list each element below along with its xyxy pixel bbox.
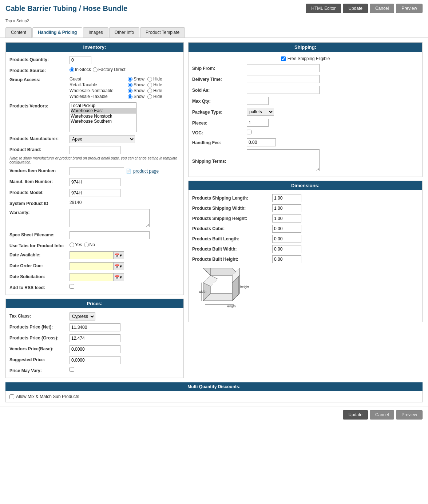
vendor-warehouse-southern[interactable]: Warehouse Southern xyxy=(71,119,136,124)
products-cube-input[interactable] xyxy=(272,225,301,233)
wholesale-nontax-hide-label[interactable]: Hide xyxy=(147,88,162,93)
shipping-height-input[interactable] xyxy=(272,214,301,223)
vendor-warehouse-east[interactable]: Warehouse East xyxy=(71,108,136,113)
sold-as-input[interactable] xyxy=(247,86,320,94)
guest-show-label[interactable]: Show xyxy=(128,76,144,82)
group-retail-name: Retail-Taxable xyxy=(70,82,128,87)
products-vendors-row: Products Vendors: Local Pickup Warehouse… xyxy=(9,101,180,134)
in-stock-radio[interactable] xyxy=(70,67,74,72)
date-solicitation-input[interactable] xyxy=(70,273,113,281)
vendors-listbox[interactable]: Local Pickup Warehouse East Warehouse No… xyxy=(70,102,137,132)
guest-hide-radio[interactable] xyxy=(147,77,152,82)
products-price-gross-input[interactable] xyxy=(70,334,120,342)
date-order-due-calendar-btn[interactable]: 📅▼ xyxy=(113,262,124,270)
vendors-item-number-input[interactable] xyxy=(70,167,124,175)
warranty-textarea[interactable] xyxy=(70,209,150,227)
handling-fee-input[interactable] xyxy=(247,138,276,146)
free-shipping-checkbox[interactable] xyxy=(281,56,286,61)
products-model-input[interactable] xyxy=(70,189,120,197)
tab-content[interactable]: Content xyxy=(5,27,32,38)
add-to-rss-row: Add to RSS feed: xyxy=(9,283,180,292)
wholesale-tax-show-label[interactable]: Show xyxy=(128,94,144,99)
products-manufacturer-label: Products Manufacturer: xyxy=(9,135,70,141)
add-to-rss-checkbox[interactable] xyxy=(70,284,74,289)
wholesale-nontax-show-radio[interactable] xyxy=(128,88,132,93)
tab-product-template[interactable]: Product Template xyxy=(140,27,185,38)
in-stock-radio-label[interactable]: In-Stock xyxy=(70,67,91,72)
guest-show-radio[interactable] xyxy=(128,77,132,82)
retail-hide-label[interactable]: Hide xyxy=(147,82,162,87)
max-qty-input[interactable] xyxy=(247,97,269,105)
ship-from-label: Ship From: xyxy=(192,65,247,71)
retail-hide-radio[interactable] xyxy=(147,83,152,87)
yes-radio-label[interactable]: Yes xyxy=(70,242,82,247)
wholesale-nontax-hide-radio[interactable] xyxy=(147,88,152,93)
tab-handling-pricing[interactable]: Handling & Pricing xyxy=(32,27,82,38)
spec-sheet-input[interactable] xyxy=(70,231,150,239)
wholesale-nontax-show-label[interactable]: Show xyxy=(128,88,144,93)
html-editor-button[interactable]: HTML Editor xyxy=(306,4,341,13)
shipping-length-input[interactable] xyxy=(272,194,301,202)
built-length-row: Products Built Length: xyxy=(192,234,419,244)
allow-mix-checkbox[interactable] xyxy=(9,394,14,399)
products-quantity-input[interactable] xyxy=(70,56,91,64)
max-qty-label: Max Qty: xyxy=(192,98,247,104)
no-radio-label[interactable]: No xyxy=(84,242,95,247)
package-type-select[interactable]: pallets box envelope xyxy=(247,108,274,116)
products-manufacturer-select[interactable]: Apex xyxy=(70,135,135,143)
price-may-vary-checkbox[interactable] xyxy=(70,367,74,372)
shipping-terms-textarea[interactable] xyxy=(247,149,320,171)
date-solicitation-calendar-btn[interactable]: 📅▼ xyxy=(113,273,124,281)
vendor-warehouse-nonstock[interactable]: Warehouse Nonstock xyxy=(71,114,136,119)
ship-from-input[interactable] xyxy=(247,64,320,72)
group-access-table: Guest Show Hide Retail-Taxable Show Hide xyxy=(70,76,180,99)
voc-checkbox[interactable] xyxy=(247,130,251,134)
date-order-due-input[interactable] xyxy=(70,262,113,270)
update-button-bottom[interactable]: Update xyxy=(343,410,368,420)
cancel-button-top[interactable]: Cancel xyxy=(370,4,394,13)
built-length-input[interactable] xyxy=(272,235,301,243)
pieces-row: Pieces: xyxy=(192,117,419,128)
manuf-item-number-input[interactable] xyxy=(70,178,120,186)
factory-direct-radio-label[interactable]: Factory Direct xyxy=(93,67,126,72)
tax-class-select[interactable]: Cypress xyxy=(70,312,95,320)
product-brand-row: Product Brand: xyxy=(9,145,180,155)
preview-button-top[interactable]: Preview xyxy=(396,4,423,13)
group-wholesale-tax-name: Wholesale -Taxable xyxy=(70,94,128,99)
vendors-price-base-input[interactable] xyxy=(70,345,120,353)
wholesale-tax-show-radio[interactable] xyxy=(128,94,132,99)
built-width-row: Products Built Width: xyxy=(192,244,419,254)
no-radio[interactable] xyxy=(84,243,89,247)
built-width-input[interactable] xyxy=(272,245,301,253)
preview-button-bottom[interactable]: Preview xyxy=(396,410,423,420)
product-brand-input[interactable] xyxy=(70,146,120,154)
shipping-width-input[interactable] xyxy=(272,204,301,212)
guest-hide-label[interactable]: Hide xyxy=(147,76,162,82)
yes-radio[interactable] xyxy=(70,243,74,247)
built-height-row: Products Built Height: xyxy=(192,254,419,264)
tab-other-info[interactable]: Other Info xyxy=(109,27,139,38)
footer-buttons: Update Cancel Preview xyxy=(0,406,428,423)
tab-images[interactable]: Images xyxy=(83,27,108,38)
built-height-input[interactable] xyxy=(272,255,301,263)
pieces-input[interactable] xyxy=(247,119,269,127)
vendors-item-number-row: Vendors Item Number: 📄 product page xyxy=(9,166,180,177)
max-qty-row: Max Qty: xyxy=(192,95,419,106)
cancel-button-bottom[interactable]: Cancel xyxy=(370,410,394,420)
product-page-link[interactable]: product page xyxy=(133,169,159,174)
voc-row: VOC: xyxy=(192,128,419,137)
retail-show-radio[interactable] xyxy=(128,83,132,87)
retail-show-label[interactable]: Show xyxy=(128,82,144,87)
delivery-time-input[interactable] xyxy=(247,75,320,83)
vendor-local-pickup[interactable]: Local Pickup xyxy=(71,103,136,108)
suggested-price-input[interactable] xyxy=(70,356,120,364)
date-order-due-row: Date Order Due: 📅▼ xyxy=(9,261,180,272)
date-available-calendar-btn[interactable]: 📅▼ xyxy=(113,251,124,259)
wholesale-tax-hide-label[interactable]: Hide xyxy=(147,94,162,99)
sold-as-row: Sold As: xyxy=(192,84,419,95)
update-button-top[interactable]: Update xyxy=(343,4,368,13)
date-available-input[interactable] xyxy=(70,251,113,259)
products-price-net-input[interactable] xyxy=(70,323,120,331)
wholesale-tax-hide-radio[interactable] xyxy=(147,94,152,99)
factory-direct-radio[interactable] xyxy=(93,67,98,72)
